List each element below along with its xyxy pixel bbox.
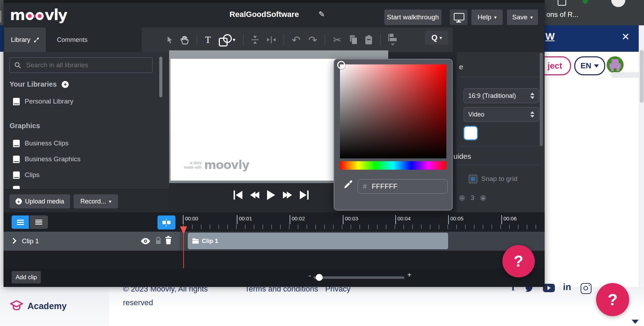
hue-slider[interactable]	[340, 161, 446, 170]
track-delete-icon[interactable]	[165, 236, 172, 244]
clip-bar[interactable]: Clip 1	[188, 233, 448, 249]
check-badge-icon[interactable]	[583, 0, 588, 4]
logo-right: vly	[45, 6, 67, 24]
presentation-mode-button[interactable]	[450, 10, 467, 25]
timeline-snap-button[interactable]	[157, 215, 175, 230]
sidebar-item-clips[interactable]: Clips	[13, 171, 39, 179]
ruler-mark: 00:06	[501, 215, 517, 224]
academy-link[interactable]: Academy	[10, 300, 67, 312]
timeline-zoom-in[interactable]: +	[407, 271, 411, 279]
shapes-icon	[219, 34, 231, 45]
clip-label: Clip 1	[202, 238, 218, 245]
ruler-mark: 00:05	[448, 215, 464, 224]
grid-plus-button[interactable]: +	[480, 195, 486, 201]
search-icon	[14, 62, 21, 69]
redo-icon[interactable]: ↷	[308, 34, 317, 46]
undo-icon[interactable]: ↶	[292, 34, 301, 46]
sidebar-scrollbar-thumb[interactable]	[159, 57, 162, 97]
skip-start-button[interactable]	[234, 190, 242, 200]
linkedin-icon[interactable]: in	[563, 282, 571, 293]
language-dropdown[interactable]: EN	[574, 56, 605, 75]
page-scrollbar-thumb[interactable]	[640, 50, 644, 103]
select-updown-icon	[530, 93, 534, 99]
library-book-icon	[13, 171, 20, 179]
instagram-icon[interactable]	[581, 283, 592, 294]
shapes-caret-icon: ▾	[233, 37, 236, 43]
timeline-zoom-thumb[interactable]	[316, 274, 323, 281]
panel-scrollbar[interactable]	[540, 53, 543, 211]
sidebar-scrollbar[interactable]	[159, 55, 162, 187]
moovly-logo[interactable]: m vly	[10, 6, 67, 23]
snap-to-grid-checkbox[interactable]	[469, 175, 477, 183]
zoom-search-button[interactable]: Q ▾	[425, 31, 448, 45]
play-button[interactable]	[267, 190, 275, 200]
cut-icon[interactable]: ✂	[333, 34, 341, 46]
browser-chrome: ons of R...	[545, 0, 644, 25]
monitor-icon	[454, 12, 464, 22]
eyedropper-icon[interactable]	[343, 179, 353, 189]
add-library-icon[interactable]: +	[62, 81, 69, 88]
banner-link[interactable]: W	[545, 31, 555, 42]
canvas-color-swatch[interactable]	[464, 126, 478, 140]
graphics-heading: Graphics	[10, 122, 40, 130]
align-tool[interactable]	[388, 34, 397, 46]
rewind-button[interactable]	[250, 192, 259, 199]
sidebar-item-business-clips[interactable]: Business Clips	[13, 139, 69, 147]
user-avatar[interactable]	[607, 56, 624, 73]
track-lock-icon[interactable]	[155, 237, 162, 245]
upload-media-button[interactable]: + Upload media	[10, 194, 70, 208]
media-type-select[interactable]: Video	[464, 107, 539, 122]
screen: ons of R... W ✕ ject EN Academy	[0, 0, 644, 326]
chrome-avatar[interactable]	[611, 0, 625, 7]
timeline-view-toggle-compact[interactable]	[30, 215, 48, 229]
saturation-area[interactable]	[340, 64, 446, 158]
copy-icon[interactable]	[349, 35, 358, 44]
ruler-minor-ticks[interactable]	[183, 225, 541, 229]
tab-library[interactable]: Library	[4, 27, 46, 52]
pan-tool-icon[interactable]	[180, 35, 189, 45]
project-title[interactable]: RealGoodSoftware	[211, 10, 317, 19]
editor-help-button[interactable]: ?	[502, 245, 535, 277]
distribute-horizontal-icon[interactable]	[267, 36, 276, 44]
skip-end-button[interactable]	[300, 190, 309, 200]
tab-comments[interactable]: Comments	[46, 27, 99, 52]
playhead-line[interactable]	[183, 232, 184, 268]
your-libraries-heading: Your Libraries	[10, 80, 57, 88]
add-clip-button[interactable]: Add clip	[12, 271, 41, 283]
hex-input-box[interactable]: #	[358, 179, 448, 194]
fast-forward-button[interactable]	[283, 192, 292, 199]
saturation-handle[interactable]	[337, 61, 345, 69]
text-tool-icon[interactable]: T	[205, 35, 211, 45]
panel-scrollbar-thumb[interactable]	[540, 53, 543, 146]
library-book-icon	[13, 156, 20, 163]
record-dropdown[interactable]: Record... ▾	[74, 194, 118, 208]
help-dropdown[interactable]: Help▾	[471, 10, 503, 25]
aspect-ratio-select[interactable]: 16:9 (Traditional)	[464, 88, 539, 103]
clipboard-icon[interactable]	[558, 0, 566, 6]
distribute-vertical-icon[interactable]	[251, 35, 259, 44]
sidebar-item-business-graphics[interactable]: Business Graphics	[13, 155, 80, 163]
save-dropdown[interactable]: Save▾	[507, 10, 538, 25]
library-search-box[interactable]	[10, 57, 153, 73]
timeline-view-toggle-list[interactable]	[12, 215, 29, 229]
scroll-down-icon[interactable]	[632, 320, 639, 324]
youtube-icon[interactable]	[543, 284, 555, 292]
paste-icon[interactable]	[365, 35, 372, 45]
watermark-line2: made with	[184, 165, 202, 170]
sidebar-item-personal-library[interactable]: Personal Library	[13, 98, 73, 105]
track-visibility-icon[interactable]	[141, 238, 150, 244]
grid-minus-button[interactable]: −	[459, 195, 465, 201]
banner-close-icon[interactable]: ✕	[621, 31, 630, 43]
timeline-zoom-out[interactable]: -	[309, 272, 311, 280]
start-walkthrough-button[interactable]: Start walkthrough	[384, 10, 441, 25]
track-label[interactable]: Clip 1	[22, 237, 39, 245]
select-tool-icon[interactable]	[167, 36, 173, 44]
page-scrollbar[interactable]	[639, 25, 644, 326]
shapes-tool[interactable]: ▾	[219, 34, 236, 45]
timeline-zoom-slider[interactable]	[314, 276, 404, 279]
page-help-button[interactable]: ?	[596, 283, 629, 316]
search-input[interactable]	[25, 61, 147, 69]
edit-title-icon[interactable]: ✎	[318, 10, 325, 19]
expand-icon[interactable]	[34, 37, 39, 43]
hex-input[interactable]	[371, 182, 432, 191]
